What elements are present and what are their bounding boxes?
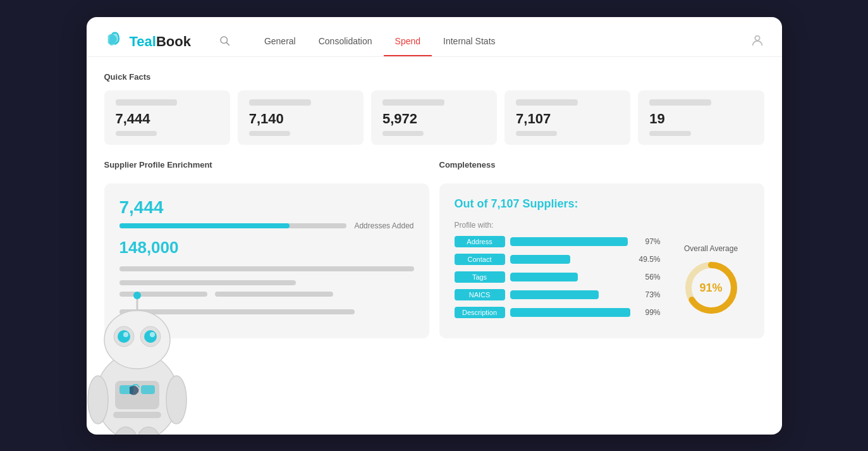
completeness-header: Out of 7,107 Suppliers:	[455, 197, 749, 211]
svg-point-2	[755, 35, 759, 40]
profile-with-label: Profile with:	[455, 221, 749, 230]
bar-label-description: Description	[455, 307, 505, 318]
bar-pct-address: 97%	[637, 237, 661, 246]
gray-bar-1	[119, 266, 414, 271]
bar-row-naics: NAICS 73%	[455, 289, 661, 300]
bar-outer-naics	[510, 290, 632, 299]
enrichment-bar-fill	[119, 223, 290, 228]
bar-row-tags: Tags 56%	[455, 271, 661, 283]
fact-card-top-bar-3	[516, 99, 578, 106]
bar-pct-contact: 49.5%	[637, 255, 661, 264]
bar-pct-naics: 73%	[637, 290, 661, 299]
completeness-card: Out of 7,107 Suppliers: Profile with: Ad…	[439, 183, 764, 338]
svg-point-20	[166, 376, 186, 424]
logo-icon	[104, 31, 126, 53]
donut-section: Overall Average 91%	[673, 236, 749, 324]
quick-facts-row: 7,444 7,140 5,972 7,107 19	[104, 90, 764, 145]
addresses-added-label: Addresses Added	[354, 221, 413, 230]
bar-outer-address	[510, 237, 632, 246]
gray-bar-3	[119, 292, 208, 297]
fact-line-4	[649, 131, 690, 136]
bar-label-naics: NAICS	[455, 289, 505, 300]
gray-bar-4	[215, 292, 333, 297]
header: TealBook General Consolidation Spend Int…	[87, 17, 782, 57]
fact-card-top-bar-2	[382, 99, 444, 106]
bar-pct-tags: 56%	[637, 273, 661, 281]
svg-point-5	[96, 352, 178, 435]
svg-point-19	[88, 376, 108, 424]
fact-card-2: 5,972	[371, 90, 497, 145]
fact-card-0: 7,444	[104, 90, 230, 145]
bar-row-address: Address 97%	[455, 236, 661, 247]
bar-inner-tags	[510, 273, 578, 281]
svg-rect-23	[113, 412, 161, 418]
bar-inner-naics	[510, 290, 599, 299]
svg-line-1	[226, 42, 229, 45]
svg-point-21	[114, 427, 137, 435]
logo-text: TealBook	[130, 34, 191, 50]
fact-line-2	[382, 131, 424, 136]
completeness-body: Address 97% Contact 49.5%	[455, 236, 749, 324]
fact-card-top-bar-4	[649, 99, 711, 106]
tab-consolidation[interactable]: Consolidation	[307, 27, 384, 56]
fact-line-0	[116, 131, 157, 136]
fact-value-1: 7,140	[249, 111, 352, 127]
fact-value-4: 19	[649, 111, 752, 127]
enrichment-progress-bar	[119, 223, 347, 228]
tab-internal-stats[interactable]: Internal Stats	[432, 27, 507, 56]
main-grid: 7,444 Addresses Added 148,000	[104, 183, 764, 338]
tab-general[interactable]: General	[253, 27, 307, 56]
bar-row-contact: Contact 49.5%	[455, 254, 661, 265]
enrichment-label: Supplier Profile Enrichment	[104, 160, 429, 170]
svg-rect-6	[115, 381, 159, 409]
donut-chart: 91%	[683, 259, 740, 316]
profile-icon[interactable]	[750, 34, 764, 50]
completeness-label: Completeness	[439, 160, 764, 170]
fact-card-4: 19	[638, 90, 764, 145]
enrichment-bar-row: Addresses Added	[119, 221, 414, 230]
bars-section: Address 97% Contact 49.5%	[455, 236, 661, 324]
bar-label-contact: Contact	[455, 254, 505, 265]
bar-row-description: Description 99%	[455, 307, 661, 318]
fact-card-3: 7,107	[504, 90, 630, 145]
logo: TealBook	[104, 31, 191, 53]
bar-label-address: Address	[455, 236, 505, 247]
fact-value-0: 7,444	[116, 111, 219, 127]
overall-avg-label: Overall Average	[684, 244, 738, 253]
svg-point-22	[137, 427, 160, 435]
fact-card-top-bar-1	[249, 99, 311, 106]
search-button[interactable]	[216, 32, 233, 51]
bar-label-tags: Tags	[455, 271, 505, 283]
svg-rect-8	[141, 385, 155, 394]
svg-rect-7	[119, 385, 133, 394]
content-area: Quick Facts 7,444 7,140 5,972 7,107	[87, 57, 782, 354]
bar-inner-description	[510, 308, 630, 317]
donut-center-pct: 91%	[699, 281, 722, 294]
gray-bar-5	[119, 309, 355, 314]
fact-card-1: 7,140	[238, 90, 364, 145]
fact-value-3: 7,107	[516, 111, 619, 127]
addresses-number: 148,000	[119, 238, 414, 257]
fact-line-3	[516, 131, 557, 136]
fact-value-2: 5,972	[382, 111, 486, 127]
bar-inner-contact	[510, 255, 570, 264]
gray-bar-2	[119, 280, 296, 285]
enrichment-big-number: 7,444	[119, 197, 414, 218]
quick-facts-label: Quick Facts	[104, 72, 764, 82]
bar-inner-address	[510, 237, 628, 246]
bar-outer-tags	[510, 273, 632, 281]
supplier-count: 7,107	[491, 197, 519, 210]
tab-spend[interactable]: Spend	[384, 27, 432, 56]
fact-line-1	[249, 131, 290, 136]
bar-outer-description	[510, 308, 632, 317]
bar-outer-contact	[510, 255, 632, 264]
enrichment-card: 7,444 Addresses Added 148,000	[104, 183, 429, 338]
bar-pct-description: 99%	[637, 308, 661, 317]
nav-tabs: General Consolidation Spend Internal Sta…	[253, 27, 735, 56]
main-window: TealBook General Consolidation Spend Int…	[87, 17, 782, 435]
fact-card-top-bar	[116, 99, 178, 106]
